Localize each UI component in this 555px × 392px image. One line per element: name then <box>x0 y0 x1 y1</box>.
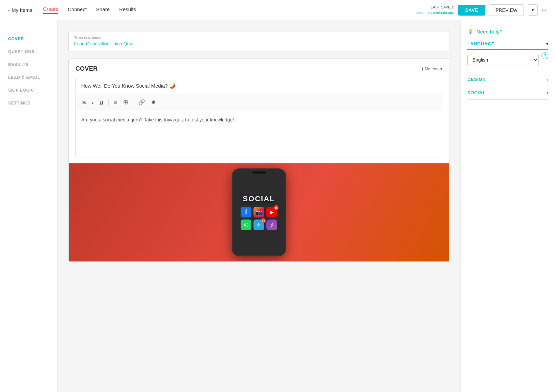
phone-icons-grid: f 📷 ▶ 56 <box>241 207 277 230</box>
language-chevron-icon: ▾ <box>546 42 548 46</box>
top-navigation: ‹ My Items Create Connect Share Results … <box>0 0 555 20</box>
main-layout: COVER QUESTIONS RESULTS LEAD & EMAIL SKI… <box>0 20 555 392</box>
nav-connect[interactable]: Connect <box>68 6 87 14</box>
link-icon: 🔗 <box>138 99 145 105</box>
underline-button[interactable]: U <box>97 98 106 107</box>
phone-social-text: SOCIAL <box>243 194 275 203</box>
editor-content-area[interactable]: Are you a social media guru? Take this t… <box>75 111 442 158</box>
messenger-app-icon: ⚡ <box>266 220 277 230</box>
italic-button[interactable]: I <box>90 98 96 107</box>
facebook-app-icon: f <box>241 207 251 217</box>
bullet-list-button[interactable]: ≡ <box>111 98 119 107</box>
social-section-title: SOCIAL <box>467 90 486 95</box>
cover-image-container: ⚙ ✕ SOCIAL <box>69 163 449 261</box>
save-button[interactable]: SAVE <box>458 5 485 16</box>
sidebar-item-skip-logic[interactable]: SKIP LOGIC <box>0 84 57 97</box>
main-content-area: Trivia quiz name Lead Generation Trivia … <box>58 20 460 392</box>
bullet-list-icon: ≡ <box>114 99 117 106</box>
back-to-my-items[interactable]: ‹ My Items <box>8 7 32 13</box>
no-cover-checkbox[interactable] <box>418 67 423 71</box>
language-section-title: LANGUAGE <box>467 41 495 46</box>
language-section: LANGUAGE ▾ English Spanish French German… <box>467 41 548 67</box>
left-sidebar: COVER QUESTIONS RESULTS LEAD & EMAIL SKI… <box>0 20 58 392</box>
editor-toolbar: B I U ≡ ⊞ 🔗 ✺ <box>75 94 442 111</box>
lightbulb-icon: 💡 <box>467 28 474 34</box>
language-select[interactable]: English Spanish French German Italian Po… <box>467 54 539 66</box>
magic-button[interactable]: ✺ <box>149 98 158 107</box>
nav-links: Create Connect Share Results <box>43 6 405 14</box>
design-section-title: DESIGN <box>467 77 486 82</box>
toolbar-divider-1 <box>108 99 109 106</box>
youtube-badge: 56 <box>274 205 279 210</box>
whatsapp-app-icon: ✆ <box>241 220 251 230</box>
numbered-list-icon: ⊞ <box>123 99 128 106</box>
social-section[interactable]: SOCIAL › <box>467 86 548 100</box>
editor-text: Are you a social media guru? Take this t… <box>81 117 234 122</box>
quiz-name-field[interactable]: Trivia quiz name Lead Generation Trivia … <box>68 31 449 51</box>
dropdown-button[interactable]: ▾ <box>528 4 538 16</box>
quiz-name-label: Trivia quiz name <box>74 36 444 40</box>
numbered-list-button[interactable]: ⊞ <box>121 97 130 107</box>
right-sidebar: 💡 Need help? LANGUAGE ▾ English Spanish … <box>460 20 555 392</box>
magic-icon: ✺ <box>151 99 156 105</box>
link-button[interactable]: 🔗 <box>136 98 148 107</box>
toolbar-divider-2 <box>133 99 133 106</box>
need-help-text: Need help? <box>476 29 503 34</box>
quiz-title-input[interactable]: How Well Do You Know Social Media? 🌶️ <box>75 78 442 94</box>
last-saved-label: LAST SAVED: <box>416 5 454 10</box>
chevron-left-icon: ‹ <box>8 7 9 13</box>
language-row: English Spanish French German Italian Po… <box>467 54 548 67</box>
last-saved-info: LAST SAVED: Less than a minute ago <box>416 5 454 15</box>
need-help-link[interactable]: 💡 Need help? <box>467 28 548 34</box>
no-cover-label[interactable]: No cover <box>418 66 442 71</box>
preview-button[interactable]: PREVIEW <box>489 4 524 16</box>
cover-title: COVER <box>75 65 98 72</box>
my-items-label: My Items <box>12 7 32 13</box>
design-arrow-icon: › <box>547 77 548 82</box>
last-saved-time: Less than a minute ago <box>416 10 454 15</box>
sidebar-item-questions[interactable]: QUESTIONS <box>0 45 57 58</box>
quiz-title-text: How Well Do You Know Social Media? 🌶️ <box>81 83 176 89</box>
cover-panel: COVER No cover How Well Do You Know Soci… <box>68 58 449 262</box>
sidebar-item-results[interactable]: RESULTS <box>0 58 57 71</box>
nav-results[interactable]: Results <box>119 6 136 14</box>
cover-header: COVER No cover <box>75 65 442 72</box>
sidebar-item-cover[interactable]: COVER <box>0 32 57 45</box>
youtube-app-icon: ▶ 56 <box>266 207 277 217</box>
phone-mockup: SOCIAL f 📷 <box>232 168 286 256</box>
nav-right-section: LAST SAVED: Less than a minute ago SAVE … <box>416 4 547 16</box>
instagram-app-icon: 📷 <box>253 207 264 217</box>
cursor-icon: ↦ <box>542 6 547 14</box>
cover-image-overlay: SOCIAL f 📷 <box>69 163 449 261</box>
no-cover-text: No cover <box>425 66 442 71</box>
bold-button[interactable]: B <box>80 98 88 107</box>
telegram-app-icon: ✈ 14 <box>253 220 264 230</box>
telegram-badge: 14 <box>261 218 266 223</box>
nav-share[interactable]: Share <box>96 6 110 14</box>
sidebar-item-settings[interactable]: SETTINGS <box>0 97 57 110</box>
social-arrow-icon: › <box>547 90 548 95</box>
language-section-header[interactable]: LANGUAGE ▾ <box>467 41 548 50</box>
nav-create[interactable]: Create <box>43 6 58 14</box>
quiz-name-value: Lead Generation Trivia Quiz <box>74 41 444 46</box>
design-section[interactable]: DESIGN › <box>467 73 548 86</box>
phone-screen: SOCIAL f 📷 <box>233 169 285 255</box>
sidebar-item-lead-email[interactable]: LEAD & EMAIL <box>0 71 57 84</box>
language-help-icon[interactable]: ? <box>541 52 548 59</box>
